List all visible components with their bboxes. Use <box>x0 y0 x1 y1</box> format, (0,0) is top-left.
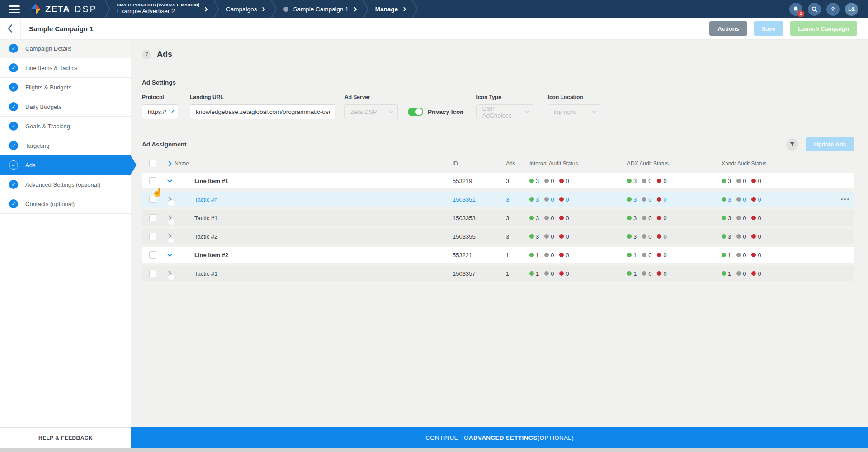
sidebar-item-daily-budgets[interactable]: ✓ Daily Budgets <box>0 97 131 117</box>
ad-server-select[interactable]: Zeta DSP <box>344 104 398 119</box>
step-complete-icon: ✓ <box>9 63 18 72</box>
rejected-dot <box>657 253 661 257</box>
column-header-name[interactable]: Name <box>175 160 453 167</box>
row-id: 1503353 <box>453 215 506 221</box>
row-id: 1503355 <box>453 233 506 240</box>
breadcrumb-separator <box>412 0 418 18</box>
sidebar-item-line-items-tactics[interactable]: ✓ Line Items & Tactics <box>0 58 131 78</box>
row-checkbox[interactable] <box>149 196 156 203</box>
table-row-tactic-1[interactable]: Tactic #1 1503353 3 3 0 0 3 0 0 3 <box>142 210 854 226</box>
column-header-xandr-audit[interactable]: Xandr Audit Status <box>722 160 835 167</box>
rejected-dot <box>751 271 756 276</box>
column-header-id[interactable]: ID <box>453 160 506 167</box>
xandr-audit-status: 3 0 0 <box>722 233 835 240</box>
row-ads-count[interactable]: 3 <box>506 196 529 203</box>
zeta-dsp-logo[interactable]: ZETA DSP <box>30 3 97 15</box>
page-edge-strip <box>0 448 868 452</box>
adx-audit-status: 3 0 0 <box>627 215 722 221</box>
row-id-link[interactable]: 1503351 <box>453 196 506 203</box>
row-checkbox[interactable] <box>149 177 156 184</box>
column-header-internal-audit[interactable]: Internal Audit Status <box>529 160 627 167</box>
pending-dot <box>736 253 741 257</box>
privacy-icon-toggle[interactable] <box>408 108 423 116</box>
approved-dot <box>722 253 726 257</box>
search-button[interactable] <box>808 3 821 16</box>
sidebar-item-targeting[interactable]: ✓ Targeting <box>0 136 131 155</box>
pending-dot <box>736 234 741 239</box>
table-row-tactic-1b[interactable]: Tactic #1 1503357 1 1 0 0 1 0 0 1 <box>142 266 854 281</box>
chevron-down-icon <box>592 109 597 113</box>
hamburger-menu-icon[interactable] <box>9 4 20 15</box>
breadcrumb-campaigns[interactable]: Campaigns <box>220 6 271 13</box>
save-button[interactable]: Save <box>754 21 783 36</box>
ad-assignment-title: Ad Assignment <box>142 141 187 148</box>
campaign-title-bar: Sample Campaign 1 Actions Save Launch Ca… <box>0 18 868 39</box>
table-row-tactic-2[interactable]: Tactic #2 1503355 3 3 0 0 3 0 0 3 <box>142 229 854 244</box>
pending-dot <box>736 197 741 202</box>
breadcrumb-advertiser[interactable]: SMART PROJECTS (VARIABLE MARGIN) Example… <box>111 3 213 15</box>
pending-dot <box>544 216 549 220</box>
row-id: 553219 <box>453 178 506 184</box>
breadcrumb-separator <box>271 0 277 18</box>
table-row-line-item-1[interactable]: Line Item #1 553219 3 3 0 0 3 0 0 3 <box>142 173 854 188</box>
step-number-badge: 7 <box>142 50 151 59</box>
ad-assignment-table: Name ID Ads Internal Audit Status ADX Au… <box>142 157 854 281</box>
notification-badge: 1 <box>797 10 804 17</box>
launch-campaign-button[interactable]: Launch Campaign <box>790 21 857 36</box>
page-title: Sample Campaign 1 <box>29 25 94 33</box>
landing-url-label: Landing URL <box>190 94 335 100</box>
ads-step-content: 7 Ads Ad Settings Protocol https:// Land… <box>131 39 868 427</box>
ad-assignment-header: Ad Assignment Update Ads <box>142 137 854 151</box>
select-all-checkbox[interactable] <box>149 160 156 167</box>
row-checkbox[interactable] <box>149 214 156 221</box>
top-navigation-bar: ZETA DSP SMART PROJECTS (VARIABLE MARGIN… <box>0 0 868 18</box>
row-checkbox[interactable] <box>149 270 156 277</box>
icon-type-label: Icon Type <box>476 94 534 100</box>
table-row-line-item-2[interactable]: Line Item #2 553221 1 1 0 0 1 0 0 1 <box>142 247 854 263</box>
toggle-knob <box>415 108 422 115</box>
icon-type-select[interactable]: DSP AdChoices <box>476 104 534 119</box>
rejected-dot <box>559 197 564 202</box>
sidebar-item-ads[interactable]: ✓ Ads <box>0 155 131 175</box>
table-row-tactic-n[interactable]: Tactic #n 1503351 3 3 0 0 3 0 0 3 <box>142 192 854 207</box>
approved-dot <box>627 253 632 257</box>
back-button[interactable] <box>0 18 21 39</box>
search-icon <box>811 6 818 13</box>
sidebar-item-flights-budgets[interactable]: ✓ Flights & Budgets <box>0 78 131 97</box>
approved-dot <box>627 216 632 220</box>
filter-button[interactable] <box>786 138 798 151</box>
update-ads-button[interactable]: Update Ads <box>806 137 854 151</box>
sidebar-item-campaign-details[interactable]: ✓ Campaign Details <box>0 39 131 58</box>
expand-all-icon[interactable] <box>164 162 175 165</box>
user-avatar[interactable]: L& <box>845 3 858 16</box>
sidebar-item-goals-tracking[interactable]: ✓ Goals & Tracking <box>0 117 131 136</box>
row-checkbox[interactable] <box>149 251 156 259</box>
sidebar-item-advanced-settings[interactable]: ✓ Advanced Settings (optional) <box>0 175 131 194</box>
row-name-link[interactable]: Tactic #n <box>194 196 453 203</box>
icon-location-select[interactable]: top right <box>548 104 601 119</box>
landing-url-field-wrap <box>190 104 335 119</box>
ad-settings-section: Ad Settings Protocol https:// Landing UR… <box>142 79 854 119</box>
help-feedback-button[interactable]: HELP & FEEDBACK <box>0 427 131 448</box>
pending-dot <box>544 253 549 257</box>
column-header-adx-audit[interactable]: ADX Audit Status <box>627 160 722 167</box>
xandr-audit-status: 3 0 0 <box>722 215 835 221</box>
landing-url-input[interactable] <box>196 108 330 115</box>
breadcrumb-sample-campaign[interactable]: Sample Campaign 1 <box>277 6 362 13</box>
column-header-ads[interactable]: Ads <box>506 160 529 167</box>
breadcrumb-manage[interactable]: Manage <box>369 6 412 13</box>
approved-dot <box>627 197 632 202</box>
continue-advanced-settings-button[interactable]: CONTINUE TO ADVANCED SETTINGS (OPTIONAL) <box>131 427 868 448</box>
notifications-button[interactable]: 1 <box>789 3 802 16</box>
row-checkbox[interactable] <box>149 233 156 240</box>
pending-dot <box>642 271 646 276</box>
question-mark-icon: ? <box>831 6 835 13</box>
row-id: 553221 <box>453 252 506 259</box>
row-actions-menu-icon[interactable] <box>835 198 854 200</box>
rejected-dot <box>559 253 564 257</box>
protocol-select[interactable]: https:// <box>142 104 178 119</box>
sidebar-item-contacts[interactable]: ✓ Contacts (optional) <box>0 194 131 214</box>
actions-button[interactable]: Actions <box>709 21 747 36</box>
help-button[interactable]: ? <box>826 3 840 16</box>
rejected-dot <box>751 234 756 239</box>
